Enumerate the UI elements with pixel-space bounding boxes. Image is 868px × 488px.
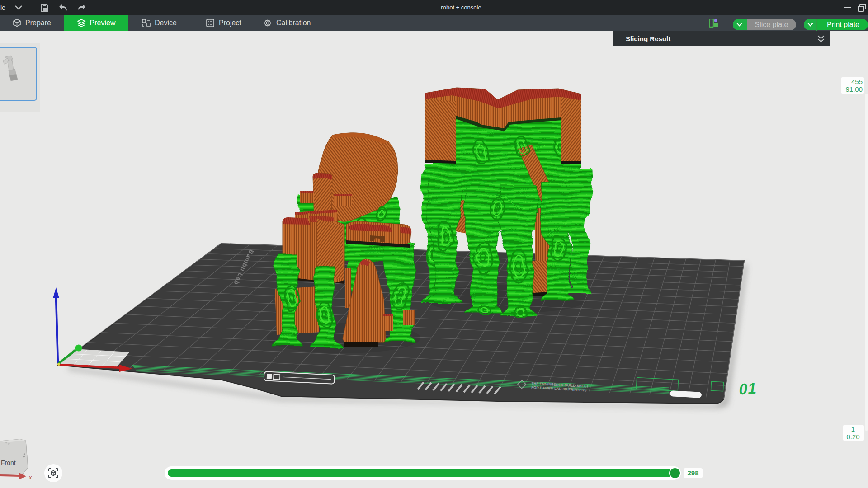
svg-text:x: x xyxy=(29,474,32,481)
svg-text:Front: Front xyxy=(1,459,16,466)
svg-text:Top: Top xyxy=(5,442,10,445)
svg-text:01: 01 xyxy=(738,380,758,398)
